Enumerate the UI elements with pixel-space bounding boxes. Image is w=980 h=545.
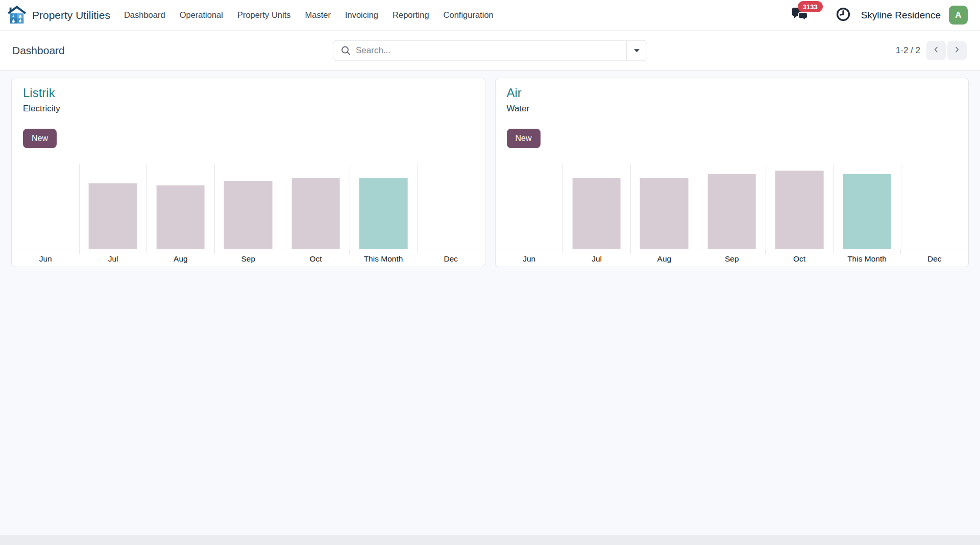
card-header: Air Water New: [496, 78, 969, 148]
x-axis-label-jul: Jul: [563, 249, 630, 267]
bar-chart-listrik: JunJulAugSepOctThis MonthDec: [12, 164, 485, 267]
x-axis-label-oct: Oct: [282, 249, 349, 267]
chart-column-jul: [79, 164, 147, 249]
bar-sep[interactable]: [224, 181, 273, 249]
chart-x-axis-labels: JunJulAugSepOctThis MonthDec: [496, 249, 969, 267]
company-selector[interactable]: Skyline Residence: [861, 10, 941, 21]
clock-icon: [836, 7, 851, 24]
pager-buttons: [926, 41, 967, 60]
chart-x-axis-labels: JunJulAugSepOctThis MonthDec: [12, 249, 485, 267]
x-axis-label-sep: Sep: [214, 249, 282, 267]
menu-item-dashboard[interactable]: Dashboard: [117, 6, 173, 25]
chart-column-dec: [901, 164, 969, 249]
chart-column-jul: [562, 164, 630, 249]
chart-column-oct: [282, 164, 350, 249]
search-input[interactable]: [356, 45, 626, 56]
navbar-right: 3133 Skyline Residence A: [788, 4, 968, 27]
new-button[interactable]: New: [23, 129, 57, 148]
card-title-link[interactable]: Listrik: [23, 86, 55, 100]
house-utilities-icon: [7, 4, 27, 27]
activities-button[interactable]: [831, 4, 855, 27]
bar-this-month[interactable]: [359, 178, 408, 249]
x-axis-label-this-month: This Month: [350, 249, 417, 267]
menu-item-reporting[interactable]: Reporting: [385, 6, 436, 25]
menu-item-invoicing[interactable]: Invoicing: [338, 6, 385, 25]
search-icon: [333, 45, 356, 56]
bar-jul[interactable]: [89, 183, 137, 249]
chart-column-aug: [630, 164, 698, 249]
chart-column-jun: [496, 164, 563, 249]
app-logo-button[interactable]: Property Utilities: [7, 4, 110, 27]
x-axis-label-dec: Dec: [901, 249, 968, 267]
chart-plot-area: [496, 164, 969, 249]
pager-prev-button[interactable]: [926, 41, 946, 60]
bar-chart-air: JunJulAugSepOctThis MonthDec: [496, 164, 969, 267]
window-bottom-edge: [0, 535, 980, 545]
pager: 1-2 / 2: [896, 41, 967, 60]
user-avatar[interactable]: A: [949, 6, 968, 25]
breadcrumb: Dashboard: [12, 44, 65, 57]
bar-sep[interactable]: [707, 174, 756, 249]
bar-oct[interactable]: [775, 171, 824, 249]
search-bar: [333, 40, 647, 61]
menu-item-property-units[interactable]: Property Units: [230, 6, 298, 25]
chart-column-dec: [417, 164, 485, 249]
utility-card-air: Air Water New JunJulAugSepOctThis MonthD…: [495, 78, 969, 267]
menu-item-operational[interactable]: Operational: [173, 6, 230, 25]
chart-column-jun: [12, 164, 79, 249]
chart-column-sep: [698, 164, 766, 249]
chart-column-this-month: [833, 164, 901, 249]
pager-range[interactable]: 1-2 / 2: [896, 45, 920, 56]
dashboard-content: Listrik Electricity New JunJulAugSepOctT…: [0, 70, 980, 267]
bar-oct[interactable]: [291, 178, 340, 249]
bar-aug[interactable]: [640, 178, 689, 249]
bar-aug[interactable]: [156, 185, 205, 249]
chevron-left-icon: [932, 45, 941, 56]
x-axis-label-aug: Aug: [630, 249, 698, 267]
app-name: Property Utilities: [32, 9, 110, 21]
chart-column-this-month: [350, 164, 418, 249]
x-axis-label-aug: Aug: [147, 249, 214, 267]
bar-jul[interactable]: [572, 178, 621, 249]
main-menu: Dashboard Operational Property Units Mas…: [117, 6, 501, 25]
utility-card-listrik: Listrik Electricity New JunJulAugSepOctT…: [11, 78, 485, 267]
top-navbar: Property Utilities Dashboard Operational…: [0, 0, 980, 31]
card-header: Listrik Electricity New: [12, 78, 485, 148]
search-options-toggle[interactable]: [626, 40, 647, 60]
bar-this-month[interactable]: [843, 174, 891, 249]
x-axis-label-jul: Jul: [79, 249, 146, 267]
chart-plot-area: [12, 164, 485, 249]
chevron-right-icon: [952, 45, 962, 56]
caret-down-icon: [633, 46, 640, 55]
card-subtitle: Electricity: [23, 104, 474, 114]
header: Property Utilities Dashboard Operational…: [0, 0, 980, 70]
chart-column-sep: [214, 164, 282, 249]
x-axis-label-this-month: This Month: [833, 249, 900, 267]
x-axis-label-sep: Sep: [698, 249, 766, 267]
messages-count-badge: 3133: [798, 1, 823, 12]
chart-column-aug: [146, 164, 214, 249]
messages-button[interactable]: 3133: [788, 4, 813, 27]
control-panel: Dashboard 1-2 / 2: [0, 31, 980, 70]
card-title-link[interactable]: Air: [507, 86, 522, 100]
new-button[interactable]: New: [507, 129, 541, 148]
card-subtitle: Water: [507, 104, 958, 114]
x-axis-label-jun: Jun: [12, 249, 79, 267]
pager-next-button[interactable]: [947, 41, 967, 60]
menu-item-configuration[interactable]: Configuration: [436, 6, 501, 25]
x-axis-label-jun: Jun: [496, 249, 563, 267]
x-axis-label-dec: Dec: [417, 249, 484, 267]
x-axis-label-oct: Oct: [766, 249, 833, 267]
chart-column-oct: [766, 164, 834, 249]
menu-item-master[interactable]: Master: [298, 6, 337, 25]
